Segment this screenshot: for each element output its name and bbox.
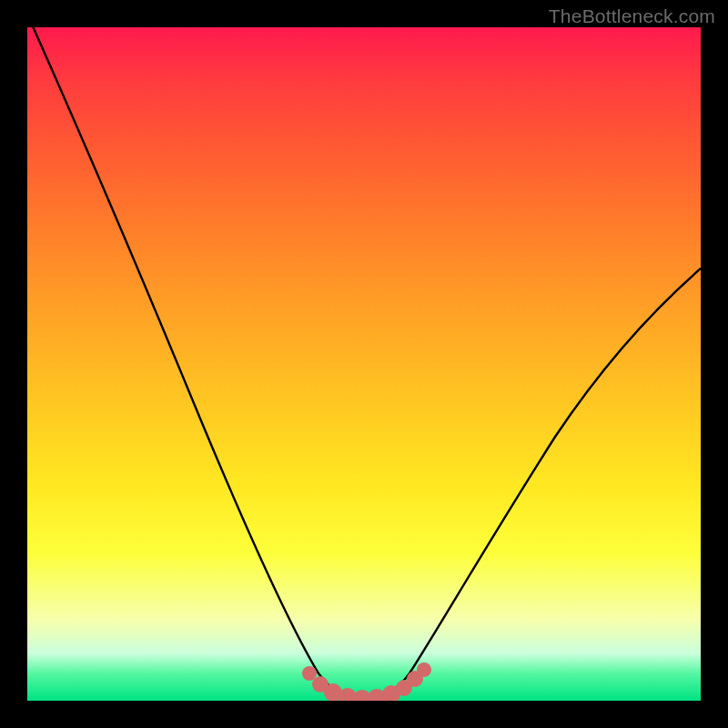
svg-point-9 — [417, 662, 431, 677]
plot-area — [27, 27, 701, 701]
watermark-text: TheBottleneck.com — [549, 5, 715, 27]
bottleneck-curve — [29, 27, 701, 699]
svg-point-0 — [302, 666, 317, 681]
curve-layer — [27, 27, 701, 701]
chart-frame: TheBottleneck.com — [0, 0, 728, 728]
